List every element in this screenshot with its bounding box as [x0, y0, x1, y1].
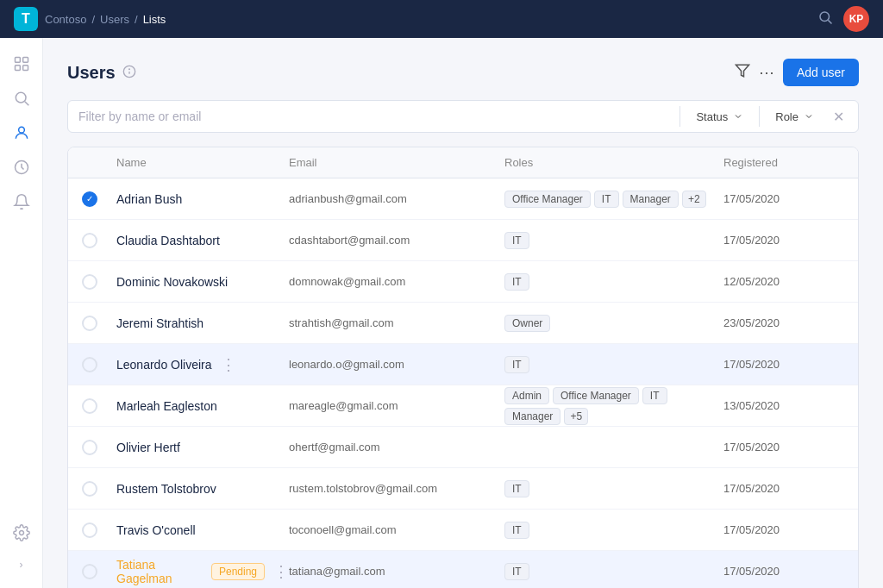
role-tag: IT — [504, 232, 529, 249]
user-email: ohertf@gmail.com — [289, 441, 504, 454]
user-email: cdashtabort@gmail.com — [289, 234, 504, 247]
svg-point-10 — [19, 531, 23, 535]
user-avatar[interactable]: KP — [843, 6, 869, 32]
svg-point-8 — [18, 127, 24, 133]
table-row[interactable]: Tatiana GagelmanPending⋮tatiana@gmail.co… — [68, 551, 858, 588]
user-email: mareagle@gmail.com — [289, 399, 504, 412]
sidebar-item-notifications[interactable] — [6, 186, 37, 217]
table-row[interactable]: Claudia Dashtabortcdashtabort@gmail.comI… — [68, 220, 858, 261]
role-tag: Office Manager — [504, 191, 591, 208]
row-checkbox[interactable] — [82, 481, 116, 497]
user-name[interactable]: Dominic Novakowski — [116, 275, 228, 289]
role-more-badge: +5 — [564, 408, 588, 425]
user-name[interactable]: Tatiana Gagelman — [116, 558, 206, 585]
filter-close-icon[interactable]: ✕ — [830, 109, 848, 125]
user-name[interactable]: Leonardo Oliveira — [116, 358, 212, 372]
role-tag: IT — [504, 356, 529, 373]
sidebar-item-search[interactable] — [6, 83, 37, 114]
app-logo: T — [14, 7, 38, 31]
row-checkbox[interactable] — [82, 440, 116, 455]
sidebar-item-activity[interactable] — [6, 152, 37, 183]
user-roles: IT — [504, 522, 723, 539]
table-row[interactable]: Dominic Novakowskidomnowak@gmail.comIT12… — [68, 261, 858, 303]
breadcrumb-users[interactable]: Users — [100, 13, 129, 26]
table-header: Name Email Roles Registered — [68, 147, 858, 178]
svg-rect-4 — [15, 66, 20, 71]
table-row[interactable]: Olivier Hertfohertf@gmail.com17/05/2020 — [68, 427, 858, 468]
role-tag: IT — [504, 563, 529, 580]
table-row[interactable]: Rustem Tolstobrovrustem.tolstobrov@gmail… — [68, 468, 858, 510]
filter-bar: Status Role ✕ — [67, 100, 859, 133]
svg-marker-14 — [736, 65, 748, 77]
user-registered: 23/05/2020 — [723, 316, 844, 329]
svg-rect-2 — [15, 58, 20, 63]
filter-icon[interactable] — [735, 63, 750, 82]
search-input[interactable] — [78, 109, 673, 123]
add-user-button[interactable]: Add user — [783, 59, 859, 86]
users-table: Name Email Roles Registered Adrian Busha… — [67, 147, 859, 588]
user-roles: Office ManagerITManager+2 — [504, 191, 723, 208]
svg-point-6 — [16, 92, 26, 103]
row-checkbox[interactable] — [82, 191, 116, 207]
col-header-roles: Roles — [504, 156, 723, 169]
status-filter-button[interactable]: Status — [687, 107, 752, 127]
user-registered: 17/05/2020 — [723, 441, 844, 454]
user-roles: IT — [504, 232, 723, 249]
svg-rect-5 — [22, 66, 28, 71]
pending-badge: Pending — [211, 563, 265, 580]
user-name[interactable]: Adrian Bush — [116, 192, 182, 206]
table-row[interactable]: Adrian Bushadrianbush@gmail.comOffice Ma… — [68, 178, 858, 220]
table-row[interactable]: Marleah Eaglestonmareagle@gmail.comAdmin… — [68, 385, 858, 427]
user-name[interactable]: Olivier Hertf — [116, 441, 180, 454]
role-tag: Office Manager — [553, 387, 639, 404]
sidebar: › — [0, 38, 43, 588]
user-email: adrianbush@gmail.com — [289, 192, 504, 205]
search-icon[interactable] — [817, 9, 833, 28]
table-row[interactable]: Travis O'conelltoconoell@gmail.comIT17/0… — [68, 510, 858, 551]
svg-line-1 — [828, 20, 831, 23]
page-header: Users ⋯ Add user — [67, 59, 859, 86]
row-actions-icon[interactable]: ⋮ — [221, 355, 236, 374]
user-registered: 17/05/2020 — [723, 234, 844, 247]
user-registered: 13/05/2020 — [723, 399, 844, 412]
col-header-name: Name — [116, 156, 289, 169]
more-options-icon[interactable]: ⋯ — [759, 63, 774, 82]
sidebar-item-users[interactable] — [6, 117, 37, 148]
user-name[interactable]: Travis O'conell — [116, 523, 196, 537]
user-registered: 17/05/2020 — [723, 523, 844, 536]
row-checkbox[interactable] — [82, 564, 116, 579]
col-header-email: Email — [289, 156, 504, 169]
top-nav: T Contoso / Users / Lists KP — [0, 0, 883, 38]
user-name[interactable]: Rustem Tolstobrov — [116, 482, 216, 496]
table-row[interactable]: Jeremi Strahtishstrahtish@gmail.comOwner… — [68, 303, 858, 344]
breadcrumb-contoso[interactable]: Contoso — [45, 13, 86, 26]
row-checkbox[interactable] — [82, 357, 116, 372]
col-header-check — [82, 156, 116, 169]
role-tag: IT — [504, 480, 529, 497]
info-icon[interactable] — [122, 65, 136, 81]
role-tag: Manager — [623, 191, 679, 208]
row-actions-icon[interactable]: ⋮ — [273, 562, 289, 581]
role-tag: Owner — [504, 315, 550, 332]
sidebar-expand-icon[interactable]: › — [20, 552, 23, 578]
row-checkbox[interactable] — [82, 398, 116, 414]
table-row[interactable]: Leonardo Oliveira⋮leonardo.o@gmail.comIT… — [68, 344, 858, 385]
role-tag: IT — [594, 191, 619, 208]
role-tag: IT — [642, 387, 667, 404]
breadcrumb-current: Lists — [143, 13, 166, 26]
page-title: Users — [67, 63, 116, 83]
row-checkbox[interactable] — [82, 274, 116, 290]
user-name[interactable]: Jeremi Strahtish — [116, 316, 204, 330]
user-email: domnowak@gmail.com — [289, 275, 504, 288]
user-registered: 12/05/2020 — [723, 275, 844, 288]
sidebar-item-home[interactable] — [6, 48, 37, 79]
row-checkbox[interactable] — [82, 233, 116, 248]
user-name[interactable]: Marleah Eagleston — [116, 399, 217, 413]
row-checkbox[interactable] — [82, 316, 116, 331]
role-filter-button[interactable]: Role — [767, 107, 823, 127]
row-checkbox[interactable] — [82, 522, 116, 538]
user-roles: IT — [504, 356, 723, 373]
user-name[interactable]: Claudia Dashtabort — [116, 234, 220, 247]
sidebar-item-settings[interactable] — [6, 517, 37, 548]
role-tag: IT — [504, 273, 529, 291]
